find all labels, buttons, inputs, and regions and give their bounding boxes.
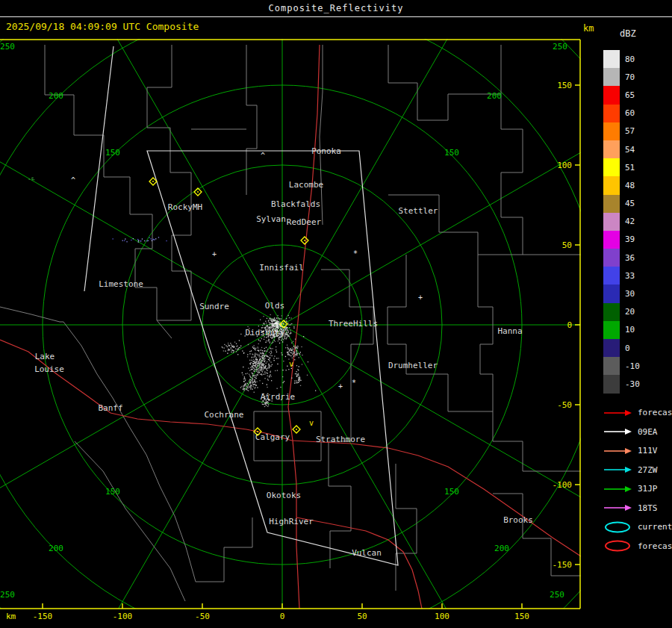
echo-dot <box>241 386 242 387</box>
echo-dot <box>265 350 266 351</box>
echo-dot <box>230 347 231 348</box>
point-marker: + <box>418 293 423 302</box>
colorbar-row: 45 <box>603 195 640 213</box>
echo-dot <box>245 379 246 379</box>
echo-dot <box>262 404 263 405</box>
echo-dot <box>258 361 258 362</box>
echo-dot <box>240 334 241 335</box>
echo-dot <box>276 346 276 347</box>
echo-dot <box>233 352 234 352</box>
echo-dot <box>253 359 254 360</box>
colorbar-row: -10 <box>603 357 640 375</box>
echo-dot <box>258 340 259 341</box>
track-arrow-icon <box>603 447 633 456</box>
colorbar-swatch <box>603 357 620 375</box>
echo-dot <box>276 322 276 323</box>
echo-dot <box>270 351 271 352</box>
echo-dot <box>298 379 299 379</box>
echo-dot <box>260 320 261 320</box>
city-label: Lake <box>35 352 55 361</box>
city-label: Lacombe <box>289 180 323 190</box>
axis-bottom-label: 0 <box>280 612 285 621</box>
echo-dot <box>287 334 287 335</box>
km-unit-top: km <box>583 23 594 34</box>
colorbar-row: 60 <box>603 105 640 122</box>
echo-dot <box>261 370 261 371</box>
echo-dot <box>262 364 263 365</box>
axis-bottom-label: -150 <box>33 612 53 621</box>
radar-map[interactable]: 150100500-50-100-150-150-100-50050100150… <box>0 39 581 628</box>
echo-dot <box>270 357 270 358</box>
echo-dot <box>264 356 265 357</box>
echo-dot <box>296 365 297 366</box>
colorbar-swatch <box>603 122 620 140</box>
city-label: Stettler <box>399 206 438 216</box>
echo-dot <box>287 345 287 346</box>
echo-dot <box>267 373 268 373</box>
echo-dot <box>281 338 282 338</box>
echo-dot <box>288 324 289 325</box>
colorbar-value: 80 <box>625 55 635 64</box>
colorbar-value: 30 <box>625 289 635 299</box>
echo-dot <box>266 323 267 323</box>
legend-row: 111V <box>603 441 672 461</box>
legend: forecast09EA111V27ZW31JP18TScurrentforec… <box>603 403 672 556</box>
echo-dot <box>275 370 276 371</box>
point-marker: ^ <box>261 152 265 160</box>
echo-dot <box>270 320 270 320</box>
city-label: HighRiver <box>269 517 314 526</box>
echo-dot <box>290 348 290 349</box>
echo-dot <box>265 321 266 322</box>
echo-dot <box>231 345 231 346</box>
echo-dot <box>261 363 262 364</box>
echo-dot <box>269 324 270 325</box>
echo-dot <box>273 342 273 343</box>
echo-dot <box>262 367 263 368</box>
radar-site-dot <box>304 240 305 241</box>
echo-dot <box>252 354 253 355</box>
echo-dot <box>275 324 276 325</box>
echo-dot <box>254 345 255 346</box>
echo-dot <box>266 341 267 341</box>
boundary-line <box>63 322 196 582</box>
echo-dot <box>297 348 298 349</box>
echo-dot <box>266 326 267 327</box>
echo-dot <box>263 353 264 354</box>
colorbar-value: -10 <box>625 361 640 371</box>
echo-dot <box>259 365 260 366</box>
echo-dot <box>273 321 273 322</box>
echo-dot <box>270 323 271 324</box>
echo-dot <box>273 358 274 358</box>
echo-dot <box>277 370 278 371</box>
echo-dot <box>248 385 249 385</box>
legend-label: current <box>638 522 672 532</box>
coverage-line <box>84 46 113 291</box>
echo-dot <box>239 347 240 348</box>
echo-dot <box>231 352 231 352</box>
colorbar-swatch <box>603 231 620 249</box>
echo-dot <box>246 385 246 386</box>
echo-dot <box>235 349 236 349</box>
city-label: Limestone <box>99 279 143 289</box>
echo-dot <box>285 347 286 348</box>
echo-dot <box>256 374 257 375</box>
map-layers <box>0 39 581 628</box>
radar-site-dot <box>283 323 284 325</box>
track-arrow-icon <box>603 408 633 417</box>
echo-dot <box>252 372 252 373</box>
echo-dot <box>261 361 262 362</box>
echo-dot <box>283 361 284 361</box>
echo-dot <box>268 341 269 341</box>
echo-dot <box>300 380 301 381</box>
ring-range-label: 150 <box>444 148 459 158</box>
echo-dot <box>296 376 297 377</box>
echo-dot <box>252 382 253 382</box>
city-label: ThreeHills <box>329 319 378 329</box>
echo-dot <box>261 402 262 402</box>
echo-dot <box>253 367 254 368</box>
echo-dot <box>258 350 259 351</box>
echo-dot <box>243 381 244 382</box>
km-unit-bottom: km <box>6 612 16 621</box>
echo-dot <box>227 353 228 354</box>
city-label: Hanna <box>497 326 522 336</box>
